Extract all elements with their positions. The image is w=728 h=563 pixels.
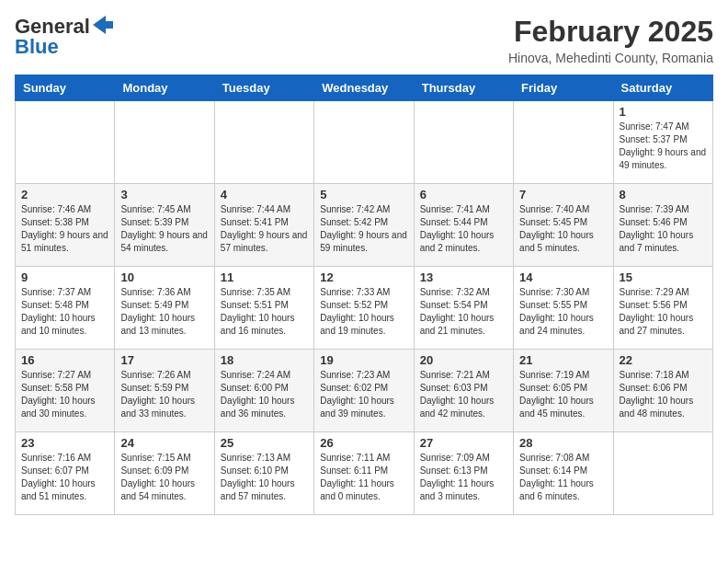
day-number: 24 — [120, 436, 208, 450]
day-info: Sunrise: 7:21 AM Sunset: 6:03 PM Dayligh… — [420, 369, 507, 420]
calendar-day-cell: 11Sunrise: 7:35 AM Sunset: 5:51 PM Dayli… — [214, 267, 313, 350]
calendar-day-cell: 6Sunrise: 7:41 AM Sunset: 5:44 PM Daylig… — [414, 184, 513, 267]
calendar-day-cell: 19Sunrise: 7:23 AM Sunset: 6:02 PM Dayli… — [314, 350, 414, 432]
day-info: Sunrise: 7:15 AM Sunset: 6:09 PM Dayligh… — [120, 452, 208, 503]
day-number: 18 — [221, 353, 308, 367]
weekday-header: Sunday — [16, 75, 115, 101]
calendar-day-cell — [514, 101, 613, 184]
header: General Blue February 2025 Hinova, Mehed… — [15, 15, 713, 65]
logo-blue: Blue — [15, 35, 59, 59]
day-number: 10 — [120, 270, 208, 284]
calendar-day-cell: 13Sunrise: 7:32 AM Sunset: 5:54 PM Dayli… — [414, 267, 513, 350]
day-info: Sunrise: 7:42 AM Sunset: 5:42 PM Dayligh… — [320, 203, 407, 255]
day-info: Sunrise: 7:24 AM Sunset: 6:00 PM Dayligh… — [221, 369, 308, 420]
calendar-day-cell: 10Sunrise: 7:36 AM Sunset: 5:49 PM Dayli… — [115, 267, 214, 350]
day-info: Sunrise: 7:18 AM Sunset: 6:06 PM Dayligh… — [620, 369, 707, 420]
day-number: 5 — [320, 188, 407, 201]
logo: General Blue — [15, 15, 113, 59]
weekday-header: Thursday — [414, 75, 513, 101]
day-info: Sunrise: 7:47 AM Sunset: 5:37 PM Dayligh… — [620, 121, 707, 172]
calendar-day-cell: 28Sunrise: 7:08 AM Sunset: 6:14 PM Dayli… — [514, 432, 613, 515]
weekday-header: Wednesday — [314, 75, 414, 101]
calendar-day-cell: 12Sunrise: 7:33 AM Sunset: 5:52 PM Dayli… — [314, 267, 414, 350]
day-number: 14 — [519, 270, 607, 284]
month-year: February 2025 — [508, 15, 713, 49]
calendar-week-row: 16Sunrise: 7:27 AM Sunset: 5:58 PM Dayli… — [16, 350, 713, 432]
day-info: Sunrise: 7:27 AM Sunset: 5:58 PM Dayligh… — [21, 369, 108, 420]
calendar-week-row: 2Sunrise: 7:46 AM Sunset: 5:38 PM Daylig… — [16, 184, 713, 267]
day-number: 1 — [620, 105, 707, 119]
day-info: Sunrise: 7:30 AM Sunset: 5:55 PM Dayligh… — [519, 286, 607, 338]
calendar-day-cell: 22Sunrise: 7:18 AM Sunset: 6:06 PM Dayli… — [613, 350, 712, 432]
day-info: Sunrise: 7:46 AM Sunset: 5:38 PM Dayligh… — [21, 203, 108, 255]
day-number: 15 — [620, 270, 707, 284]
calendar-day-cell: 21Sunrise: 7:19 AM Sunset: 6:05 PM Dayli… — [514, 350, 613, 432]
calendar-week-row: 23Sunrise: 7:16 AM Sunset: 6:07 PM Dayli… — [16, 432, 713, 515]
day-number: 27 — [420, 436, 507, 450]
day-number: 25 — [221, 436, 308, 450]
calendar-day-cell: 1Sunrise: 7:47 AM Sunset: 5:37 PM Daylig… — [613, 101, 712, 184]
svg-marker-0 — [93, 16, 113, 34]
calendar-day-cell: 20Sunrise: 7:21 AM Sunset: 6:03 PM Dayli… — [414, 350, 513, 432]
day-info: Sunrise: 7:37 AM Sunset: 5:48 PM Dayligh… — [21, 286, 108, 338]
day-number: 22 — [620, 353, 707, 367]
calendar-day-cell: 7Sunrise: 7:40 AM Sunset: 5:45 PM Daylig… — [514, 184, 613, 267]
calendar-day-cell: 2Sunrise: 7:46 AM Sunset: 5:38 PM Daylig… — [16, 184, 115, 267]
calendar-day-cell: 24Sunrise: 7:15 AM Sunset: 6:09 PM Dayli… — [115, 432, 214, 515]
day-info: Sunrise: 7:40 AM Sunset: 5:45 PM Dayligh… — [519, 203, 607, 255]
day-info: Sunrise: 7:33 AM Sunset: 5:52 PM Dayligh… — [320, 286, 407, 338]
weekday-header: Friday — [514, 75, 613, 101]
calendar-day-cell — [115, 101, 214, 184]
day-number: 6 — [420, 188, 507, 201]
day-info: Sunrise: 7:13 AM Sunset: 6:10 PM Dayligh… — [221, 452, 308, 503]
weekday-header: Tuesday — [214, 75, 313, 101]
location: Hinova, Mehedinti County, Romania — [508, 51, 713, 65]
day-info: Sunrise: 7:32 AM Sunset: 5:54 PM Dayligh… — [420, 286, 507, 338]
day-number: 16 — [21, 353, 108, 367]
calendar-day-cell: 5Sunrise: 7:42 AM Sunset: 5:42 PM Daylig… — [314, 184, 414, 267]
day-number: 3 — [120, 188, 208, 201]
weekday-header: Saturday — [613, 75, 712, 101]
calendar-week-row: 1Sunrise: 7:47 AM Sunset: 5:37 PM Daylig… — [16, 101, 713, 184]
calendar-day-cell: 23Sunrise: 7:16 AM Sunset: 6:07 PM Dayli… — [16, 432, 115, 515]
calendar-day-cell — [613, 432, 712, 515]
day-info: Sunrise: 7:45 AM Sunset: 5:39 PM Dayligh… — [120, 203, 208, 255]
day-info: Sunrise: 7:29 AM Sunset: 5:56 PM Dayligh… — [620, 286, 707, 338]
day-info: Sunrise: 7:39 AM Sunset: 5:46 PM Dayligh… — [620, 203, 707, 255]
day-info: Sunrise: 7:41 AM Sunset: 5:44 PM Dayligh… — [420, 203, 507, 255]
calendar-day-cell: 27Sunrise: 7:09 AM Sunset: 6:13 PM Dayli… — [414, 432, 513, 515]
day-number: 2 — [21, 188, 108, 201]
weekday-header: Monday — [115, 75, 214, 101]
day-number: 26 — [320, 436, 407, 450]
calendar-day-cell: 14Sunrise: 7:30 AM Sunset: 5:55 PM Dayli… — [514, 267, 613, 350]
calendar-header-row: SundayMondayTuesdayWednesdayThursdayFrid… — [16, 75, 713, 101]
day-number: 7 — [519, 188, 607, 201]
calendar-day-cell: 4Sunrise: 7:44 AM Sunset: 5:41 PM Daylig… — [214, 184, 313, 267]
day-number: 23 — [21, 436, 108, 450]
calendar-day-cell: 3Sunrise: 7:45 AM Sunset: 5:39 PM Daylig… — [115, 184, 214, 267]
calendar-day-cell: 15Sunrise: 7:29 AM Sunset: 5:56 PM Dayli… — [613, 267, 712, 350]
day-number: 13 — [420, 270, 507, 284]
day-number: 21 — [519, 353, 607, 367]
day-number: 19 — [320, 353, 407, 367]
day-number: 4 — [221, 188, 308, 201]
day-info: Sunrise: 7:11 AM Sunset: 6:11 PM Dayligh… — [320, 452, 407, 503]
day-number: 9 — [21, 270, 108, 284]
day-info: Sunrise: 7:44 AM Sunset: 5:41 PM Dayligh… — [221, 203, 308, 255]
day-number: 11 — [221, 270, 308, 284]
calendar-week-row: 9Sunrise: 7:37 AM Sunset: 5:48 PM Daylig… — [16, 267, 713, 350]
calendar-day-cell — [214, 101, 313, 184]
day-info: Sunrise: 7:36 AM Sunset: 5:49 PM Dayligh… — [120, 286, 208, 338]
day-info: Sunrise: 7:19 AM Sunset: 6:05 PM Dayligh… — [519, 369, 607, 420]
day-number: 28 — [519, 436, 607, 450]
calendar-day-cell — [314, 101, 414, 184]
calendar-day-cell — [414, 101, 513, 184]
day-number: 17 — [120, 353, 208, 367]
calendar-day-cell: 25Sunrise: 7:13 AM Sunset: 6:10 PM Dayli… — [214, 432, 313, 515]
calendar-day-cell: 9Sunrise: 7:37 AM Sunset: 5:48 PM Daylig… — [16, 267, 115, 350]
day-info: Sunrise: 7:35 AM Sunset: 5:51 PM Dayligh… — [221, 286, 308, 338]
day-info: Sunrise: 7:26 AM Sunset: 5:59 PM Dayligh… — [120, 369, 208, 420]
day-number: 12 — [320, 270, 407, 284]
logo-arrow-icon — [93, 16, 113, 34]
calendar-day-cell — [16, 101, 115, 184]
